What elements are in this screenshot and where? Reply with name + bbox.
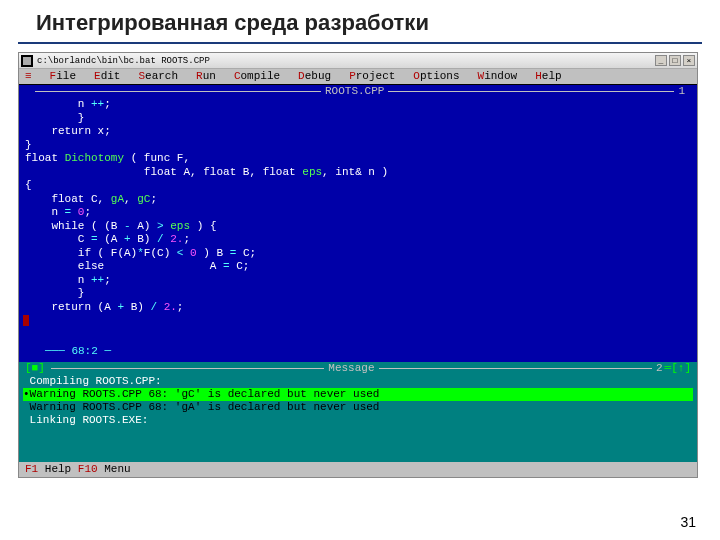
message-line[interactable]: •Warning ROOTS.CPP 68: 'gC' is declared … [23, 388, 693, 401]
status-f10-hotkey[interactable]: F10 [78, 463, 98, 475]
editor-filename: ROOTS.CPP [325, 85, 384, 98]
statusbar: F1 Help F10 Menu [19, 462, 697, 477]
menu-item[interactable]: Search [138, 70, 178, 83]
menu-item[interactable]: Window [478, 70, 518, 83]
message-line[interactable]: Warning ROOTS.CPP 68: 'gA' is declared b… [23, 401, 693, 414]
message-line[interactable]: Compiling ROOTS.CPP: [23, 375, 693, 388]
panel-close-icon[interactable]: [■] [25, 362, 45, 375]
message-title: Message [328, 362, 374, 375]
editor-panel-frame: ROOTS.CPP 1 [23, 85, 693, 98]
cursor-row [23, 314, 693, 327]
menu-item[interactable]: Debug [298, 70, 331, 83]
close-button[interactable]: × [683, 55, 695, 66]
app-icon [21, 55, 33, 67]
window-title: c:\borlandc\bin\bc.bat ROOTS.CPP [37, 56, 210, 66]
slide-title: Интегрированная среда разработки [18, 0, 702, 44]
tui-root: ≡FileEditSearchRunCompileDebugProjectOpt… [19, 69, 697, 477]
os-titlebar[interactable]: c:\borlandc\bin\bc.bat ROOTS.CPP _ □ × [19, 53, 697, 69]
editor-status-cursorpos: ─── 68:2 ─ [23, 345, 693, 358]
menu-item[interactable]: Options [413, 70, 459, 83]
message-panel[interactable]: [■] Message 2 ═[↑] Compiling ROOTS.CPP:•… [19, 362, 697, 462]
code-editor[interactable]: ROOTS.CPP 1 n ++; } return x;}float Dich… [19, 85, 697, 362]
editor-window-number: 1 [678, 85, 685, 98]
minimize-button[interactable]: _ [655, 55, 667, 66]
message-panel-frame: [■] Message 2 ═[↑] [23, 362, 693, 375]
code-area[interactable]: n ++; } return x;}float Dichotomy ( func… [23, 98, 693, 314]
menu-item[interactable]: Edit [94, 70, 120, 83]
message-window-number: 2 [656, 362, 663, 375]
menu-item[interactable]: ≡ [25, 70, 32, 83]
text-cursor [23, 315, 29, 326]
menubar[interactable]: ≡FileEditSearchRunCompileDebugProjectOpt… [19, 69, 697, 85]
message-line[interactable]: Linking ROOTS.EXE: [23, 414, 693, 427]
status-f1-hotkey[interactable]: F1 [25, 463, 38, 475]
panel-handle-icon[interactable]: ═[↑] [665, 362, 691, 375]
status-f1-label: Help [38, 463, 78, 475]
maximize-button[interactable]: □ [669, 55, 681, 66]
menu-item[interactable]: Help [535, 70, 561, 83]
menu-item[interactable]: Project [349, 70, 395, 83]
menu-item[interactable]: File [50, 70, 76, 83]
menu-item[interactable]: Run [196, 70, 216, 83]
menu-item[interactable]: Compile [234, 70, 280, 83]
svg-rect-1 [23, 57, 31, 65]
page-number: 31 [680, 514, 696, 530]
ide-window: c:\borlandc\bin\bc.bat ROOTS.CPP _ □ × ≡… [18, 52, 698, 478]
status-f10-label: Menu [98, 463, 131, 475]
